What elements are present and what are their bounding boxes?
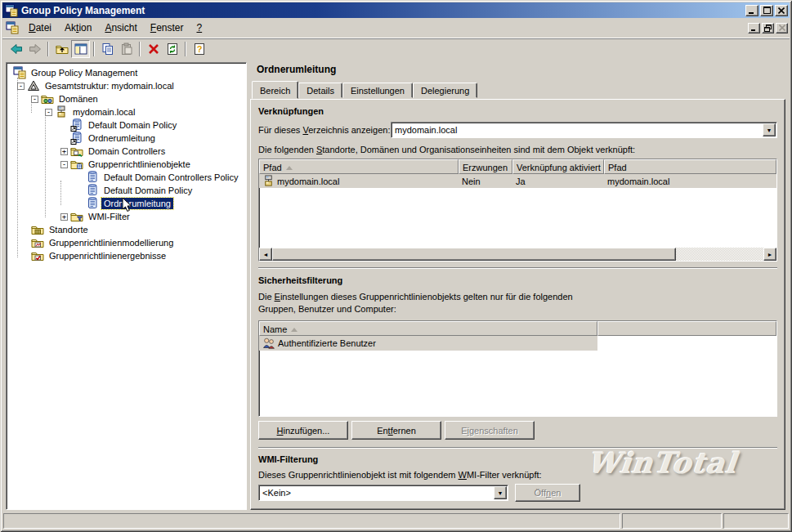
table-row[interactable]: mydomain.local Nein Ja mydomain.local <box>259 174 776 188</box>
add-button[interactable]: Hinzufügen... <box>258 421 348 440</box>
tree-item-default-dc-policy[interactable]: Default Domain Controllers Policy <box>10 171 244 184</box>
refresh-button[interactable] <box>163 40 181 58</box>
console-child-icon <box>6 21 19 34</box>
menu-ansicht[interactable]: Ansicht <box>98 20 143 36</box>
column-header-erzwungen[interactable]: Erzwungen <box>459 159 512 174</box>
results-folder-icon <box>31 249 44 262</box>
menu-aktion[interactable]: Aktion <box>58 20 98 36</box>
tree-item-mydomain[interactable]: - mydomain.local <box>10 105 244 118</box>
delete-icon <box>147 42 160 56</box>
column-header-pfad2[interactable]: Pfad <box>604 159 776 174</box>
section-divider <box>258 267 777 269</box>
paste-icon <box>120 42 133 56</box>
back-button[interactable] <box>7 40 25 58</box>
tree-item-domain-controllers[interactable]: + Domain Controllers <box>10 145 244 158</box>
chevron-down-icon[interactable]: ▼ <box>494 486 507 499</box>
tab-einstellungen[interactable]: Einstellungen <box>342 83 413 98</box>
remove-button[interactable]: Entfernen <box>351 421 441 440</box>
title-bar[interactable]: Group Policy Management <box>2 2 790 18</box>
table-row[interactable]: Authentifizierte Benutzer <box>259 336 776 351</box>
tree-item-default-domain-policy[interactable]: Default Domain Policy <box>10 184 244 197</box>
tab-details[interactable]: Details <box>298 83 342 98</box>
help-icon: ? <box>193 42 206 56</box>
collapse-toggle[interactable]: - <box>17 83 25 90</box>
window-title: Group Policy Management <box>21 5 744 16</box>
open-button[interactable]: Öffnen <box>515 484 580 502</box>
tab-strip: Bereich Details Einstellungen Delegierun… <box>250 80 785 98</box>
tree-item-gpo-container[interactable]: - Gruppenrichtlinienobjekte <box>10 158 244 171</box>
console-tree-icon <box>74 42 87 56</box>
mdi-restore-button[interactable] <box>762 23 774 34</box>
security-table[interactable]: Name Authentifizierte Benutzer <box>258 320 777 417</box>
display-location-combobox[interactable]: mydomain.local ▼ <box>391 122 777 138</box>
scroll-left-icon[interactable]: ◄ <box>259 248 272 261</box>
links-table[interactable]: Pfad Erzwungen Verknüpfung aktiviert Pfa… <box>258 159 777 262</box>
wintotal-watermark: WinTotal <box>586 446 739 480</box>
gpo-link-icon <box>70 132 83 145</box>
minimize-button[interactable] <box>745 5 758 16</box>
security-buttons: Hinzufügen... Entfernen Eigenschaften <box>258 421 777 440</box>
users-icon <box>262 337 275 350</box>
help-button[interactable]: ? <box>190 40 208 58</box>
column-header-blank[interactable] <box>597 321 776 336</box>
tab-delegierung[interactable]: Delegierung <box>413 83 477 98</box>
security-description: Die Einstellungen dieses Gruppenrichtlin… <box>258 291 777 315</box>
links-description: Die folgenden Standorte, Domänen und Org… <box>258 145 777 154</box>
tree-item-standorte[interactable]: Standorte <box>10 223 244 236</box>
properties-button[interactable]: Eigenschaften <box>445 421 535 440</box>
close-button[interactable] <box>775 5 788 16</box>
scrollbar-thumb[interactable] <box>272 248 676 261</box>
column-header-pfad[interactable]: Pfad <box>259 159 459 174</box>
collapse-toggle[interactable]: - <box>31 96 38 103</box>
svg-text:?: ? <box>196 44 202 54</box>
mdi-minimize-button[interactable] <box>748 23 760 34</box>
scroll-right-icon[interactable]: ► <box>763 248 776 261</box>
tree-item-forest[interactable]: - Gesamtstruktur: mydomain.local <box>10 79 244 92</box>
tree-item-default-domain-policy-link[interactable]: Default Domain Policy <box>10 118 244 132</box>
expand-toggle[interactable]: + <box>60 148 68 155</box>
forward-button[interactable] <box>25 40 44 58</box>
tree-item-ordnerumleitung-link[interactable]: Ordnerumleitung <box>10 132 244 145</box>
column-header-verknuepfung-aktiviert[interactable]: Verknüpfung aktiviert <box>512 159 604 174</box>
horizontal-scrollbar[interactable]: ◄ ► <box>259 248 776 261</box>
mdi-close-button[interactable] <box>776 23 788 34</box>
status-cell <box>622 513 722 529</box>
show-console-tree-button[interactable] <box>71 40 90 58</box>
tree-item-modellierung[interactable]: Gruppenrichtlinienmodellierung <box>10 236 244 249</box>
forest-icon <box>27 79 40 92</box>
console-tree-panel: Group Policy Management - Gesamtstruktur… <box>6 62 247 510</box>
chevron-down-icon[interactable]: ▼ <box>763 123 776 136</box>
gpo-folder-icon <box>70 158 83 171</box>
details-pane: Ordnerumleitung Bereich Details Einstell… <box>250 60 785 510</box>
tree-item-domaenen[interactable]: - Domänen <box>10 92 244 105</box>
menu-hilfe[interactable]: ? <box>190 20 208 36</box>
links-heading: Verknüpfungen <box>258 106 777 116</box>
menu-datei[interactable]: Datei <box>22 20 58 36</box>
paste-button[interactable] <box>117 40 136 58</box>
domain-icon <box>55 105 68 118</box>
tree-item-ordnerumleitung-gpo[interactable]: Ordnerumleitung <box>10 197 244 210</box>
delete-button[interactable] <box>144 40 163 58</box>
status-cell <box>3 513 620 529</box>
gpo-link-icon <box>70 118 83 132</box>
wmi-filter-combobox[interactable]: <Kein> ▼ <box>258 485 508 501</box>
maximize-button[interactable] <box>760 5 773 16</box>
sort-asc-icon <box>286 166 293 170</box>
security-table-header: Name <box>259 321 776 336</box>
gpo-title: Ordnerumleitung <box>250 60 785 80</box>
status-cell <box>723 513 789 529</box>
tree-item-wmi-filter[interactable]: + WMI-Filter <box>10 210 244 223</box>
tree-item-ergebnisse[interactable]: Gruppenrichtlinienergebnisse <box>10 249 244 262</box>
expand-toggle[interactable]: + <box>60 213 68 221</box>
up-one-level-button[interactable] <box>52 40 71 58</box>
tab-page-bereich: Verknüpfungen Für dieses Verzeichnis anz… <box>250 99 785 510</box>
copy-button[interactable] <box>98 40 117 58</box>
collapse-toggle[interactable]: - <box>60 161 68 168</box>
column-header-name[interactable]: Name <box>259 321 597 336</box>
collapse-toggle[interactable]: - <box>45 109 52 116</box>
tree-item-root[interactable]: Group Policy Management <box>10 66 244 79</box>
domain-icon <box>262 175 275 187</box>
menu-fenster[interactable]: Fenster <box>144 20 190 36</box>
domains-folder-icon <box>41 92 54 105</box>
tab-bereich[interactable]: Bereich <box>252 81 298 99</box>
